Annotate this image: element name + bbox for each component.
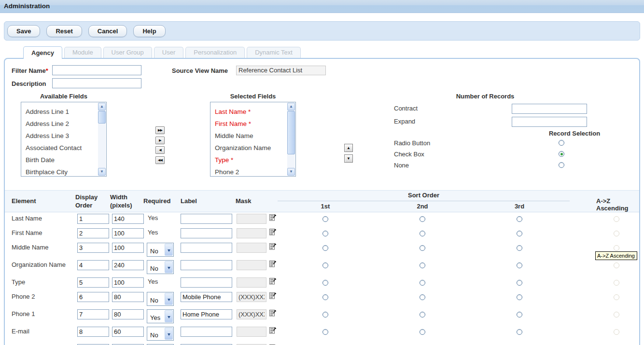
display-order-input[interactable] — [77, 327, 109, 337]
label-input[interactable] — [181, 309, 232, 319]
chevron-down-icon[interactable] — [165, 310, 173, 322]
move-right-button[interactable]: ▶ — [155, 137, 165, 144]
list-item[interactable]: Middle Name — [210, 130, 287, 142]
reset-button[interactable]: Reset — [46, 25, 82, 37]
width-input[interactable] — [112, 292, 144, 302]
scrollbar-thumb[interactable] — [287, 111, 295, 154]
selected-fields-listbox[interactable]: Last Name *First Name *Middle NameOrgani… — [210, 102, 296, 177]
display-order-input[interactable] — [77, 292, 109, 302]
help-button[interactable]: Help — [133, 25, 165, 37]
label-input[interactable] — [181, 214, 232, 224]
sort-1st-radio[interactable] — [322, 231, 328, 236]
required-select[interactable]: No — [147, 260, 174, 274]
sort-3rd-radio[interactable] — [517, 312, 522, 317]
sort-3rd-radio[interactable] — [517, 216, 522, 222]
mask-lookup-icon[interactable] — [269, 228, 277, 235]
list-item[interactable]: Address Line 3 — [21, 130, 98, 142]
mask-lookup-icon[interactable] — [269, 243, 277, 250]
width-input[interactable] — [112, 260, 144, 270]
sort-3rd-radio[interactable] — [517, 294, 522, 300]
sort-2nd-radio[interactable] — [420, 329, 425, 335]
scroll-down-icon[interactable]: ▼ — [287, 168, 295, 176]
width-input[interactable] — [112, 228, 144, 238]
filter-name-input[interactable] — [52, 65, 141, 75]
mask-lookup-icon[interactable] — [269, 309, 277, 317]
label-input[interactable] — [181, 292, 232, 302]
move-all-right-button[interactable]: ▶▶ — [155, 126, 165, 134]
list-item[interactable]: Address Line 1 — [21, 106, 98, 118]
sort-2nd-radio[interactable] — [420, 245, 425, 251]
sort-1st-radio[interactable] — [322, 329, 328, 335]
available-fields-listbox[interactable]: Address Line 1Address Line 2Address Line… — [21, 102, 107, 177]
sort-2nd-radio[interactable] — [420, 231, 425, 236]
display-order-input[interactable] — [77, 243, 109, 253]
available-fields-scrollbar[interactable]: ▲ ▼ — [98, 103, 106, 176]
contract-input[interactable] — [512, 104, 587, 114]
sort-3rd-radio[interactable] — [517, 262, 522, 268]
label-input[interactable] — [181, 260, 232, 270]
list-item[interactable]: Associated Contact — [21, 142, 98, 154]
save-button[interactable]: Save — [7, 25, 40, 37]
chevron-down-icon[interactable] — [165, 261, 173, 273]
scroll-up-icon[interactable]: ▲ — [287, 103, 295, 110]
sort-2nd-radio[interactable] — [420, 312, 425, 317]
sort-1st-radio[interactable] — [322, 294, 328, 300]
chevron-down-icon[interactable] — [165, 244, 173, 256]
list-item[interactable]: Birth Date — [21, 154, 98, 166]
move-all-left-button[interactable]: ◀◀ — [155, 156, 165, 164]
chevron-down-icon[interactable] — [165, 293, 173, 305]
display-order-input[interactable] — [77, 214, 109, 224]
sort-1st-radio[interactable] — [322, 280, 328, 286]
width-input[interactable] — [112, 327, 144, 337]
chevron-down-icon[interactable] — [165, 328, 173, 340]
mask-lookup-icon[interactable] — [269, 214, 277, 221]
sort-2nd-radio[interactable] — [420, 294, 425, 300]
label-input[interactable] — [181, 327, 232, 337]
display-order-input[interactable] — [77, 277, 109, 288]
display-order-input[interactable] — [77, 228, 109, 238]
sort-1st-radio[interactable] — [322, 245, 328, 251]
list-item[interactable]: First Name * — [210, 118, 287, 130]
scroll-up-icon[interactable]: ▲ — [98, 103, 106, 110]
label-input[interactable] — [181, 243, 232, 253]
list-item[interactable]: Type * — [210, 154, 287, 166]
selected-fields-scrollbar[interactable]: ▲ ▼ — [287, 103, 295, 176]
label-input[interactable] — [181, 277, 232, 288]
width-input[interactable] — [112, 214, 144, 224]
scroll-down-icon[interactable]: ▼ — [98, 168, 106, 176]
display-order-input[interactable] — [77, 309, 109, 319]
required-select[interactable]: No — [147, 292, 174, 306]
record-selection-radio[interactable] — [559, 140, 564, 146]
sort-1st-radio[interactable] — [322, 216, 328, 222]
required-select[interactable]: No — [147, 243, 174, 257]
sort-2nd-radio[interactable] — [420, 262, 425, 268]
mask-lookup-icon[interactable] — [269, 292, 277, 299]
list-item[interactable]: Birthplace City — [21, 166, 98, 176]
width-input[interactable] — [112, 243, 144, 253]
width-input[interactable] — [112, 277, 144, 288]
sort-1st-radio[interactable] — [322, 312, 328, 317]
sort-3rd-radio[interactable] — [517, 231, 522, 236]
sort-3rd-radio[interactable] — [517, 245, 522, 251]
list-item[interactable]: Organization Name — [210, 142, 287, 154]
move-down-button[interactable]: ▼ — [344, 154, 353, 163]
sort-3rd-radio[interactable] — [517, 280, 522, 286]
move-left-button[interactable]: ◀ — [155, 146, 165, 154]
sort-2nd-radio[interactable] — [420, 216, 425, 222]
mask-lookup-icon[interactable] — [269, 260, 277, 267]
record-selection-radio[interactable] — [559, 151, 564, 157]
scrollbar-thumb[interactable] — [98, 111, 106, 124]
display-order-input[interactable] — [77, 260, 109, 270]
move-up-button[interactable]: ▲ — [344, 144, 353, 152]
list-item[interactable]: Phone 2 — [210, 166, 287, 176]
list-item[interactable]: Last Name * — [210, 106, 287, 118]
sort-2nd-radio[interactable] — [420, 280, 425, 286]
tab-agency[interactable]: Agency — [23, 46, 62, 59]
required-select[interactable]: Yes — [147, 309, 174, 323]
expand-input[interactable] — [512, 117, 587, 127]
cancel-button[interactable]: Cancel — [88, 25, 127, 37]
description-input[interactable] — [52, 78, 141, 88]
list-item[interactable]: Address Line 2 — [21, 118, 98, 130]
required-select[interactable]: No — [147, 327, 174, 341]
mask-lookup-icon[interactable] — [269, 327, 277, 334]
